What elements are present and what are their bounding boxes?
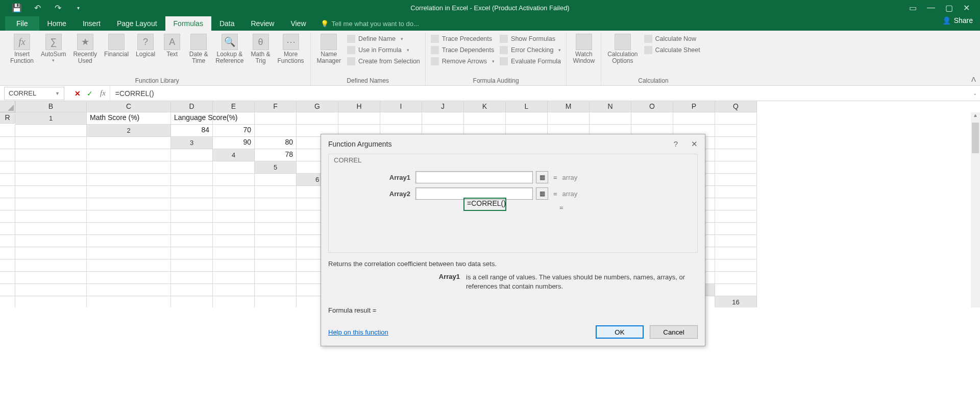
cell[interactable] — [87, 149, 171, 161]
cell[interactable] — [15, 235, 87, 247]
cell[interactable] — [213, 272, 255, 284]
array2-range-selector-icon[interactable]: ▦ — [536, 187, 548, 200]
cell[interactable] — [506, 112, 548, 125]
cell[interactable] — [0, 272, 15, 284]
cell[interactable] — [171, 235, 213, 247]
create-from-selection-button[interactable]: Create from Selection — [345, 56, 422, 66]
cell[interactable]: 84 — [171, 125, 213, 137]
cell[interactable] — [15, 259, 87, 272]
cell[interactable] — [171, 149, 213, 161]
cell[interactable] — [171, 161, 213, 174]
array1-range-selector-icon[interactable]: ▦ — [536, 171, 548, 183]
cell[interactable] — [87, 210, 171, 223]
column-header[interactable]: D — [171, 101, 213, 112]
name-box[interactable]: CORREL ▼ — [4, 87, 64, 100]
cell[interactable] — [0, 259, 15, 272]
cell[interactable] — [0, 284, 15, 296]
cell[interactable] — [715, 272, 757, 284]
cell[interactable] — [0, 296, 15, 307]
cell[interactable] — [87, 161, 171, 174]
use-in-formula-button[interactable]: Use in Formula▾ — [345, 45, 422, 55]
lookup-ref-button[interactable]: 🔍Lookup &Reference — [212, 33, 247, 65]
cell[interactable] — [171, 284, 213, 296]
undo-icon[interactable]: ↶ — [30, 0, 45, 15]
remove-arrows-button[interactable]: Remove Arrows▾ — [429, 56, 497, 66]
cell[interactable] — [255, 112, 297, 125]
cell[interactable] — [715, 223, 757, 235]
dialog-help-icon[interactable]: ? — [674, 139, 678, 149]
tab-file[interactable]: File — [5, 16, 39, 31]
name-manager-button[interactable]: NameManager — [314, 33, 344, 65]
cell[interactable] — [15, 223, 87, 235]
cell[interactable] — [15, 174, 87, 186]
trace-dependents-button[interactable]: Trace Dependents — [429, 45, 497, 55]
cell[interactable] — [715, 247, 757, 259]
tab-review[interactable]: Review — [243, 16, 283, 31]
column-header[interactable]: N — [590, 101, 631, 112]
tab-insert[interactable]: Insert — [75, 16, 109, 31]
tab-data[interactable]: Data — [211, 16, 243, 31]
cell[interactable]: 78 — [255, 149, 297, 161]
qat-customize-icon[interactable]: ▾ — [70, 0, 86, 15]
cell[interactable] — [715, 161, 757, 174]
show-formulas-button[interactable]: Show Formulas — [498, 34, 563, 44]
cell[interactable] — [15, 186, 87, 198]
logical-button[interactable]: ?Logical — [133, 33, 158, 59]
scroll-up-icon[interactable]: ▲ — [971, 112, 980, 122]
cell[interactable] — [87, 259, 171, 272]
cell[interactable] — [171, 223, 213, 235]
cell[interactable] — [213, 174, 255, 186]
cell[interactable] — [255, 259, 297, 272]
cell[interactable] — [87, 284, 171, 296]
column-header[interactable]: F — [255, 101, 297, 112]
tab-home[interactable]: Home — [39, 16, 75, 31]
column-header[interactable]: M — [548, 101, 590, 112]
row-header[interactable]: 1 — [15, 112, 87, 125]
tab-formulas[interactable]: Formulas — [165, 16, 211, 31]
cell[interactable] — [171, 174, 213, 186]
insert-function-button[interactable]: fxInsertFunction — [7, 33, 37, 65]
cell[interactable] — [255, 125, 297, 137]
cell[interactable] — [297, 112, 338, 125]
cell[interactable] — [380, 112, 422, 125]
cell[interactable] — [0, 174, 15, 186]
enter-formula-button[interactable]: ✓ — [84, 89, 96, 98]
column-header[interactable]: J — [422, 101, 464, 112]
cell[interactable] — [631, 112, 673, 125]
cell[interactable] — [548, 112, 590, 125]
expand-formula-bar-icon[interactable]: ⌄ — [970, 90, 980, 96]
cell[interactable] — [213, 247, 255, 259]
save-icon[interactable]: 💾 — [9, 0, 24, 15]
cell[interactable] — [715, 149, 757, 161]
cell[interactable] — [15, 284, 87, 296]
insert-function-fx-button[interactable]: fx — [96, 89, 110, 98]
column-header[interactable]: E — [213, 101, 255, 112]
cell[interactable] — [15, 198, 87, 210]
cell[interactable] — [213, 161, 255, 174]
cell[interactable] — [15, 149, 87, 161]
trace-precedents-button[interactable]: Trace Precedents — [429, 34, 497, 44]
cell[interactable] — [171, 186, 213, 198]
cell[interactable] — [213, 235, 255, 247]
cell[interactable] — [715, 210, 757, 223]
cell[interactable] — [213, 223, 255, 235]
cell[interactable] — [0, 223, 15, 235]
error-checking-button[interactable]: Error Checking▾ — [498, 45, 563, 55]
calculation-options-button[interactable]: CalculationOptions — [604, 33, 641, 65]
math-trig-button[interactable]: θMath &Trig — [248, 33, 274, 65]
autosum-button[interactable]: ∑AutoSum▾ — [38, 33, 69, 64]
column-header[interactable]: B — [15, 101, 87, 112]
cell[interactable] — [715, 186, 757, 198]
share-button[interactable]: 👤 Share — [942, 16, 973, 25]
cell[interactable] — [255, 235, 297, 247]
tab-page-layout[interactable]: Page Layout — [109, 16, 165, 31]
row-header[interactable]: 3 — [171, 137, 213, 149]
define-name-button[interactable]: Define Name▾ — [345, 34, 422, 44]
cell[interactable] — [0, 149, 15, 161]
dialog-close-icon[interactable]: ✕ — [691, 139, 698, 149]
cell[interactable] — [673, 112, 715, 125]
cell[interactable]: 70 — [213, 125, 255, 137]
cell[interactable] — [171, 198, 213, 210]
cell[interactable] — [87, 235, 171, 247]
ribbon-options-icon[interactable]: ▭ — [909, 3, 917, 13]
